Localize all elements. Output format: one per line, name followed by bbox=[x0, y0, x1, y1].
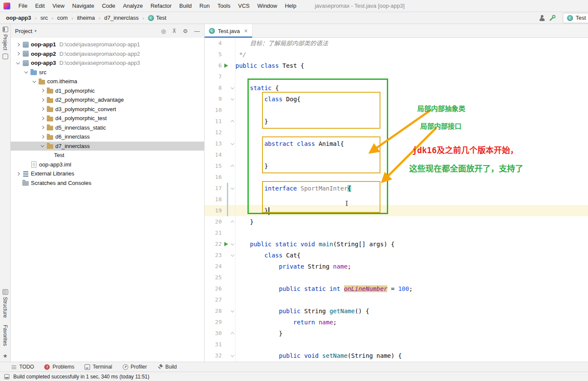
tree-item-oop-app1[interactable]: oop-app1D:\code\javasepromax\oop-app1 bbox=[11, 40, 204, 49]
gutter[interactable]: 27 bbox=[205, 294, 235, 305]
tree-item-external-libraries[interactable]: External Libraries bbox=[11, 169, 204, 178]
chevron-right-icon[interactable] bbox=[14, 170, 21, 177]
tree-item-scratches-and-consoles[interactable]: Scratches and Consoles bbox=[11, 178, 204, 188]
gutter[interactable]: 18 bbox=[205, 194, 235, 205]
gutter[interactable]: 20 bbox=[205, 216, 235, 227]
gutter[interactable]: 29 bbox=[205, 317, 235, 328]
gutter[interactable]: 26 bbox=[205, 283, 235, 294]
gutter[interactable]: 19 bbox=[205, 205, 235, 216]
code-line-11[interactable]: 11 } bbox=[205, 116, 588, 127]
tree-item-oop-app3-iml[interactable]: oop-app3.iml bbox=[11, 160, 204, 169]
tree-item-test[interactable]: Test bbox=[11, 151, 204, 160]
code-line-16[interactable]: 16 bbox=[205, 172, 588, 183]
tool-button-terminal[interactable]: Terminal bbox=[84, 364, 112, 370]
chevron-down-icon[interactable] bbox=[22, 69, 30, 76]
menu-run[interactable]: Run bbox=[196, 0, 214, 12]
tree-item-d2-polymorphic-advantage[interactable]: d2_polymorphic_advantage bbox=[11, 95, 204, 105]
project-panel-title-dropdown[interactable]: Project ▾ bbox=[15, 28, 36, 34]
tree-item-d5-innerclass-static[interactable]: d5_innerclass_static bbox=[11, 123, 204, 133]
build-status-icon[interactable] bbox=[4, 374, 9, 379]
code-line-32[interactable]: 32 public void setName(String name) { bbox=[205, 350, 588, 361]
tab-test-java[interactable]: Test.java × bbox=[205, 24, 253, 38]
tool-button-structure[interactable]: Structure bbox=[2, 289, 8, 318]
fold-down-icon[interactable] bbox=[229, 309, 235, 313]
gutter[interactable]: 31 bbox=[205, 339, 235, 350]
gutter[interactable]: 12 bbox=[205, 127, 235, 138]
code-line-28[interactable]: 28 public String getName() { bbox=[205, 305, 588, 317]
gutter[interactable]: 10 bbox=[205, 105, 235, 116]
chevron-right-icon[interactable] bbox=[39, 133, 46, 140]
close-tab-icon[interactable]: × bbox=[244, 27, 247, 34]
menu-build[interactable]: Build bbox=[175, 0, 196, 12]
chevron-right-icon[interactable] bbox=[14, 41, 21, 48]
tool-button-problems[interactable]: Problems bbox=[44, 364, 74, 370]
fold-down-icon[interactable] bbox=[229, 354, 235, 357]
code-line-26[interactable]: 26 public static int onLineNumber = 100; bbox=[205, 283, 588, 294]
menu-code[interactable]: Code bbox=[98, 0, 119, 12]
code-line-10[interactable]: 10 bbox=[205, 105, 588, 116]
chevron-right-icon[interactable] bbox=[39, 106, 46, 112]
menu-file[interactable]: File bbox=[15, 0, 31, 12]
code-line-24[interactable]: 24 private String name; bbox=[205, 261, 588, 272]
gutter[interactable]: 25 bbox=[205, 272, 235, 283]
gutter[interactable]: 17 bbox=[205, 183, 235, 194]
code-line-12[interactable]: 12 bbox=[205, 127, 588, 138]
fold-up-icon[interactable] bbox=[229, 164, 235, 168]
code-line-14[interactable]: 14 bbox=[205, 149, 588, 160]
fold-up-icon[interactable] bbox=[229, 332, 235, 335]
code-line-7[interactable]: 7 bbox=[205, 71, 588, 82]
code-line-19[interactable]: 19 } bbox=[205, 205, 588, 216]
gutter[interactable]: 4 bbox=[205, 38, 235, 49]
menu-help[interactable]: Help bbox=[281, 0, 300, 12]
breadcrumb-item-test[interactable]: Test bbox=[147, 15, 167, 21]
hide-panel-icon[interactable]: — bbox=[194, 28, 200, 34]
gutter[interactable]: 14 bbox=[205, 149, 235, 160]
menu-window[interactable]: Window bbox=[253, 0, 281, 12]
code-line-31[interactable]: 31 bbox=[205, 339, 588, 350]
tree-item-src[interactable]: src bbox=[11, 68, 204, 77]
tree-item-oop-app2[interactable]: oop-app2D:\code\javasepromax\oop-app2 bbox=[11, 49, 204, 59]
tree-item-d7-innerclass[interactable]: d7_innerclass bbox=[11, 142, 204, 151]
code-line-23[interactable]: 23 class Cat{ bbox=[205, 250, 588, 261]
gutter[interactable]: 15 bbox=[205, 160, 235, 172]
code-area[interactable]: 4 目标：了解局部内部类的语法5 */6public class Test {7… bbox=[205, 38, 588, 362]
gutter[interactable]: 5 bbox=[205, 49, 235, 60]
code-line-5[interactable]: 5 */ bbox=[205, 49, 588, 60]
wrench-icon[interactable] bbox=[549, 15, 556, 21]
tree-item-d6-innerclass[interactable]: d6_innerclass bbox=[11, 132, 204, 142]
fold-down-icon[interactable] bbox=[229, 242, 235, 246]
chevron-right-icon[interactable] bbox=[14, 50, 21, 57]
fold-down-icon[interactable] bbox=[229, 97, 235, 101]
gutter[interactable]: 7 bbox=[205, 71, 235, 82]
gutter[interactable]: 30 bbox=[205, 328, 235, 339]
menu-refactor[interactable]: Refactor bbox=[147, 0, 175, 12]
run-icon[interactable] bbox=[223, 241, 229, 248]
locate-icon[interactable]: ◎ bbox=[161, 28, 166, 34]
breadcrumb-item-com[interactable]: com bbox=[56, 15, 69, 21]
gutter[interactable]: 23 bbox=[205, 250, 235, 261]
menu-tools[interactable]: Tools bbox=[214, 0, 234, 12]
code-line-9[interactable]: 9 class Dog{ bbox=[205, 94, 588, 105]
code-line-22[interactable]: 22 public static void main(String[] args… bbox=[205, 239, 588, 250]
gutter[interactable]: 11 bbox=[205, 116, 235, 127]
commander-tool-icon[interactable] bbox=[3, 54, 8, 59]
chevron-down-icon[interactable] bbox=[30, 78, 38, 85]
gutter[interactable]: 28 bbox=[205, 305, 235, 317]
tree-item-com-itheima[interactable]: com.itheima bbox=[11, 77, 204, 86]
tree-item-d4-polymorphic-test[interactable]: d4_polymorphic_test bbox=[11, 114, 204, 123]
star-icon[interactable]: ★ bbox=[3, 353, 8, 359]
chevron-right-icon[interactable] bbox=[39, 97, 46, 103]
tool-button-profiler[interactable]: Profiler bbox=[123, 364, 147, 370]
code-line-4[interactable]: 4 目标：了解局部内部类的语法 bbox=[205, 38, 588, 49]
gutter[interactable]: 8 bbox=[205, 82, 235, 94]
menu-navigate[interactable]: Navigate bbox=[68, 0, 98, 12]
tool-button-favorites[interactable]: Favorites bbox=[2, 325, 8, 346]
menu-vcs[interactable]: VCS bbox=[234, 0, 253, 12]
code-line-27[interactable]: 27 bbox=[205, 294, 588, 305]
gutter[interactable]: 22 bbox=[205, 239, 235, 250]
gutter[interactable]: 6 bbox=[205, 60, 235, 71]
menu-edit[interactable]: Edit bbox=[31, 0, 48, 12]
breadcrumb-item-d7-innerclass[interactable]: d7_innerclass bbox=[103, 15, 139, 21]
menu-view[interactable]: View bbox=[48, 0, 68, 12]
run-icon[interactable] bbox=[223, 62, 229, 69]
